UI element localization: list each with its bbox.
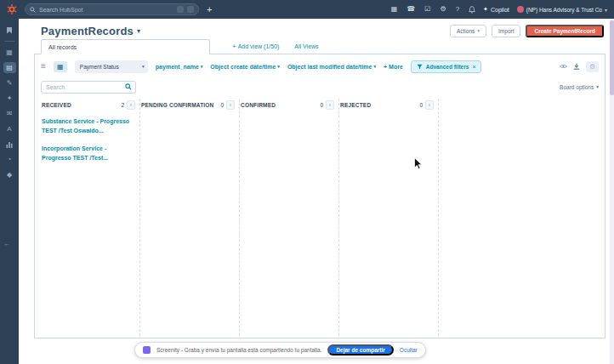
marketing-icon[interactable]: ✎	[3, 77, 16, 88]
keyboard-shortcut-badge	[187, 6, 194, 13]
page-scrollbar[interactable]	[610, 19, 614, 364]
board-search-row: Board options ▾	[41, 79, 599, 94]
funnel-icon	[417, 64, 423, 70]
actions-label: Actions	[457, 28, 475, 34]
board-view-icon-selected[interactable]: ▦	[54, 61, 67, 72]
marketplace-icon[interactable]: ▦	[391, 6, 398, 13]
quick-view-icon[interactable]	[560, 64, 567, 69]
header-buttons: Actions ▾ Import Create PaymentRecord	[450, 25, 604, 37]
advanced-filters-label: Advanced filters	[426, 64, 469, 70]
column-header: CONFIRMED 0 ‹	[241, 99, 334, 111]
workspaces-icon[interactable]: ▦	[3, 47, 16, 58]
filter-create-date[interactable]: Object create date/time ▾	[210, 64, 280, 70]
board-options-button[interactable]: Board options ▾	[560, 84, 599, 90]
collapse-column-button[interactable]: ‹	[226, 100, 235, 110]
column-name: CONFIRMED	[241, 102, 276, 108]
column-name: PENDING CONFIRMATION	[141, 102, 214, 108]
board-search-box[interactable]	[41, 81, 136, 94]
bookmark-shape	[7, 27, 12, 34]
crm-nav-icon-selected[interactable]: ▤	[3, 62, 16, 73]
pipeline-select[interactable]: Payment Status ▾	[75, 60, 148, 73]
record-card-link[interactable]: Substance Service - Progresso TEST /Test…	[42, 117, 134, 135]
pipeline-label: Payment Status	[80, 64, 119, 70]
bookmarks-icon[interactable]	[3, 25, 16, 36]
column-name: REJECTED	[340, 102, 371, 108]
more-filters-button[interactable]: + More	[384, 64, 403, 70]
actions-button[interactable]: Actions ▾	[450, 25, 486, 37]
collapse-column-button[interactable]: ‹	[425, 100, 434, 110]
account-label: (NP) Hans Advisory & Trust Co	[526, 7, 602, 13]
tab-all-records[interactable]: All records	[41, 39, 210, 54]
filter-label: Object last modified date/time	[287, 64, 372, 70]
caret-down-icon: ▾	[142, 64, 145, 69]
copilot-button[interactable]: ✦ Copilot	[483, 6, 509, 13]
scrollbar-thumb[interactable]	[610, 20, 614, 95]
caret-down-icon[interactable]: ▾	[137, 27, 140, 35]
share-message: Screenity - Graba y envía tu pantalla es…	[156, 347, 321, 353]
account-menu[interactable]: (NP) Hans Advisory & Trust Co ▾	[517, 6, 607, 13]
screenity-extension-icon	[143, 346, 151, 354]
add-view-label: Add view (1/50)	[238, 43, 280, 49]
board-search-input[interactable]	[46, 84, 123, 90]
column-header: PENDING CONFIRMATION 0 ‹	[141, 99, 235, 111]
toolbar-right-icons: ⚙	[560, 61, 599, 72]
hubspot-app: + ▦ ☎ ☑ ⚙ ? ✦ Copilot (NP) Hans Advisory…	[0, 0, 614, 364]
board-settings-icon-disabled: ⚙	[586, 61, 599, 72]
mouse-cursor	[413, 157, 424, 170]
caret-down-icon: ▾	[605, 7, 607, 13]
page-title: PaymentRecords	[41, 25, 134, 37]
caret-down-icon: ▾	[373, 64, 376, 69]
filter-toolbar: ≡ ▦ Payment Status ▾ payment_name ▾ Obje…	[41, 59, 599, 74]
records-panel: ≡ ▦ Payment Status ▾ payment_name ▾ Obje…	[34, 54, 605, 338]
export-icon[interactable]	[573, 63, 580, 70]
filter-label: Object create date/time	[210, 64, 276, 70]
global-search-input[interactable]	[39, 7, 173, 13]
quick-create-button[interactable]: +	[207, 5, 212, 14]
record-card-link[interactable]: Incorporation Service - Progresso TEST /…	[42, 145, 134, 162]
collapse-column-button[interactable]: ‹	[326, 100, 334, 110]
import-label: Import	[498, 28, 514, 34]
filter-label: payment_name	[156, 64, 199, 70]
partner-tools-icon[interactable]: ◆	[3, 169, 16, 180]
column-count: 2	[121, 102, 124, 108]
hide-share-bar-button[interactable]: Ocultar	[400, 347, 418, 353]
calling-icon[interactable]: ☎	[406, 6, 415, 13]
filter-modified-date[interactable]: Object last modified date/time ▾	[287, 64, 376, 70]
caret-down-icon: ▾	[201, 64, 203, 69]
automations-icon[interactable]: A	[3, 123, 16, 134]
help-icon[interactable]: ?	[456, 6, 459, 13]
plus-icon: +	[384, 64, 387, 70]
column-cards: Substance Service - Progresso TEST /Test…	[42, 117, 135, 162]
advanced-filters-chip[interactable]: Advanced filters ×	[411, 60, 482, 73]
conversations-icon[interactable]: ✉	[3, 108, 16, 119]
hubspot-logo-icon[interactable]	[7, 4, 17, 14]
page-header: PaymentRecords ▾ Actions ▾ Import Create…	[41, 23, 604, 38]
column-count: 0	[320, 102, 323, 108]
search-icon	[30, 7, 36, 13]
all-views-button[interactable]: All Views	[294, 43, 318, 49]
settings-icon[interactable]: ⚙	[440, 6, 446, 13]
collapse-column-button[interactable]: ‹	[127, 100, 135, 110]
content-icon[interactable]: ✦	[3, 93, 16, 104]
stop-sharing-button[interactable]: Dejar de compartir	[327, 344, 393, 355]
reporting-icon[interactable]	[3, 139, 16, 150]
filter-payment-name[interactable]: payment_name ▾	[156, 64, 202, 70]
bar-chart-icon	[6, 141, 13, 148]
caret-down-icon: ▾	[477, 28, 480, 33]
close-icon[interactable]: ×	[472, 64, 475, 70]
collapse-sidebar-icon[interactable]: ←	[3, 240, 10, 247]
column-received: RECEIVED 2 ‹ Substance Service - Progres…	[41, 99, 140, 336]
create-paymentrecord-button[interactable]: Create PaymentRecord	[526, 25, 604, 37]
list-view-icon[interactable]: ≡	[41, 62, 46, 71]
notifications-icon[interactable]	[469, 6, 475, 14]
top-navigation-bar: + ▦ ☎ ☑ ⚙ ? ✦ Copilot (NP) Hans Advisory…	[0, 0, 614, 19]
import-button[interactable]: Import	[492, 25, 520, 37]
commerce-icon[interactable]: ◔	[3, 154, 16, 165]
add-view-button[interactable]: + Add view (1/50)	[232, 43, 279, 50]
global-search[interactable]	[25, 3, 199, 15]
kanban-board: RECEIVED 2 ‹ Substance Service - Progres…	[41, 99, 599, 336]
more-label: More	[389, 64, 403, 70]
column-confirmed: CONFIRMED 0 ‹	[240, 99, 339, 336]
tasks-icon[interactable]: ☑	[424, 6, 430, 13]
views-tab-bar: All records + Add view (1/50) All Views	[34, 38, 605, 54]
